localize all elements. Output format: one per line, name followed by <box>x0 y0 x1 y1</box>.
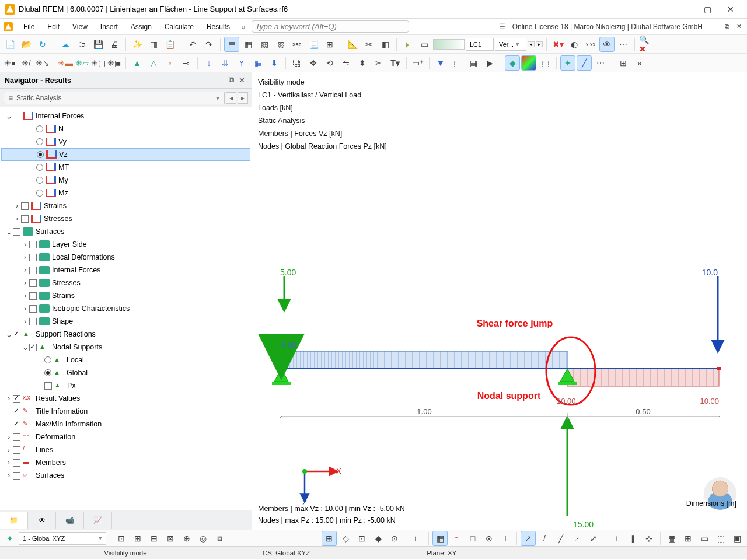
cs-icon[interactable]: ✦ <box>560 55 575 71</box>
surface-new-icon[interactable]: ✳▱ <box>74 55 89 71</box>
tree-item-my[interactable]: My <box>1 174 250 187</box>
extrude-icon[interactable]: ⬍ <box>355 55 370 71</box>
tree-internal-forces[interactable]: ⌄Internal Forces <box>1 110 250 123</box>
close-panel-icon[interactable]: ✕ <box>236 76 247 85</box>
render3-icon[interactable]: ⬚ <box>537 55 553 71</box>
new-window-icon[interactable]: ✨ <box>130 37 145 52</box>
objsnap1-icon[interactable]: ▦ <box>432 531 448 546</box>
loadcase-combo-lc[interactable]: LC1 <box>466 38 494 51</box>
member-icon[interactable]: ✳▬ <box>58 55 73 71</box>
doc-icon[interactable]: 📃 <box>306 37 321 52</box>
g11-icon[interactable]: ⬚ <box>713 531 728 546</box>
redo-icon[interactable]: ↷ <box>201 37 217 52</box>
load-member-icon[interactable]: ⫯ <box>234 55 249 71</box>
xxx-icon[interactable]: x.xx <box>583 37 598 52</box>
line2-icon[interactable]: ✳↘ <box>35 55 50 71</box>
tree-surfaces[interactable]: ⌄Surfaces <box>1 225 250 238</box>
tree-item-mt[interactable]: MT <box>1 161 250 174</box>
ortho-icon[interactable]: ∟ <box>410 531 425 546</box>
tree-members[interactable]: ›▬Members <box>1 456 250 469</box>
delete-results-icon[interactable]: ✖▾ <box>550 37 566 52</box>
section-icon[interactable]: ✂ <box>361 37 376 52</box>
nav-tab-display[interactable]: 👁 <box>28 512 56 528</box>
tree-strains[interactable]: ›Strains <box>1 200 250 212</box>
hinge-icon[interactable]: ◦ <box>162 55 177 71</box>
panel3-icon[interactable]: ▨ <box>273 37 288 52</box>
more2-icon[interactable]: ⋯ <box>593 55 608 71</box>
cloud-icon[interactable]: ☁ <box>58 37 73 52</box>
os-end-icon[interactable]: □ <box>465 531 480 546</box>
overflow2-icon[interactable]: » <box>632 55 647 71</box>
g3-icon[interactable]: ⟋ <box>570 531 585 546</box>
g2-icon[interactable]: ╱ <box>553 531 568 546</box>
eye-icon[interactable]: 👁 <box>599 37 615 52</box>
snap4-icon[interactable]: ⊠ <box>163 531 178 546</box>
close-button[interactable]: ✕ <box>719 5 742 14</box>
release-icon[interactable]: ⊸ <box>179 55 194 71</box>
rotate-icon[interactable]: ⟲ <box>322 55 337 71</box>
tree-maxmin-info[interactable]: ✎Max/Min Information <box>1 418 250 430</box>
os-mid-icon[interactable]: ⊗ <box>481 531 497 546</box>
g1-icon[interactable]: / <box>537 531 552 546</box>
g4-icon[interactable]: ⤢ <box>586 531 601 546</box>
mirror-icon[interactable]: ⇋ <box>338 55 354 71</box>
snap7-icon[interactable]: ⧈ <box>212 531 227 546</box>
cs-trigger-icon[interactable]: ✦ <box>2 531 18 546</box>
g8-icon[interactable]: ▦ <box>664 531 679 546</box>
view-mode-icon[interactable]: ▭ <box>417 37 432 52</box>
cs-combo[interactable]: 1 - Global XYZ▾ <box>19 532 106 545</box>
tree-title-info[interactable]: ✎Title Information <box>1 405 250 418</box>
loadcase-spinner[interactable]: ◂ <box>528 41 535 47</box>
menu-icon[interactable] <box>4 22 13 32</box>
menu-view[interactable]: View <box>67 21 93 33</box>
osnap2-icon[interactable]: ⊡ <box>354 531 369 546</box>
menu-calculate[interactable]: Calculate <box>159 21 200 33</box>
save-multi-icon[interactable]: 🗂 <box>74 37 89 52</box>
load-free-icon[interactable]: ⬇ <box>267 55 282 71</box>
tree-deformation[interactable]: ›〰Deformation <box>1 430 250 443</box>
navigator-tree[interactable]: ⌄Internal Forces N Vy Vz MT My Mz ›Strai… <box>0 107 252 510</box>
render1-icon[interactable]: ◆ <box>505 55 520 71</box>
g9-icon[interactable]: ⊞ <box>680 531 696 546</box>
snap3-icon[interactable]: ⊟ <box>146 531 162 546</box>
osnap1-icon[interactable]: ◇ <box>338 531 353 546</box>
reset-view-icon[interactable]: 🔍✖ <box>638 37 654 52</box>
tree-support-reactions[interactable]: ⌄▲Support Reactions <box>1 328 250 341</box>
color-scale[interactable] <box>433 39 465 50</box>
snap6-icon[interactable]: ◎ <box>196 531 211 546</box>
tree-surf-localdef[interactable]: ›Local Deformations <box>1 251 250 264</box>
tree-item-mz[interactable]: Mz <box>1 187 250 200</box>
tree-item-n[interactable]: N <box>1 123 250 135</box>
measure-icon[interactable]: 📐 <box>345 37 360 52</box>
tree-surf-layer[interactable]: ›Layer Side <box>1 238 250 251</box>
inner-restore[interactable]: ⧉ <box>722 23 732 30</box>
refresh-icon[interactable]: ↻ <box>35 37 50 52</box>
tree-stresses[interactable]: ›Stresses <box>1 212 250 225</box>
os-perp-icon[interactable]: ⊥ <box>498 531 513 546</box>
opening-icon[interactable]: ✳▢ <box>90 55 106 71</box>
new-icon[interactable]: 📄 <box>2 37 18 52</box>
undo-icon[interactable]: ↶ <box>185 37 200 52</box>
tree-tree-surfaces2[interactable]: ›▱Surfaces <box>1 469 250 482</box>
osnap4-icon[interactable]: ⊙ <box>387 531 402 546</box>
list-icon[interactable]: ☰ <box>495 23 509 31</box>
tree-surf-shape[interactable]: ›Shape <box>1 315 250 328</box>
guide-icon[interactable]: ↗ <box>521 531 536 546</box>
osnap3-icon[interactable]: ◆ <box>371 531 386 546</box>
results-toggle-icon[interactable]: ◧ <box>378 37 393 52</box>
move-icon[interactable]: ✥ <box>306 55 321 71</box>
tree-nodal-supports[interactable]: ⌄▲Nodal Supports <box>1 341 250 354</box>
node-new-icon[interactable]: ✳● <box>2 55 18 71</box>
tree-item-vy[interactable]: Vy <box>1 135 250 148</box>
menu-file[interactable]: File <box>18 21 40 33</box>
menu-overflow-icon[interactable]: » <box>237 23 250 31</box>
more1-icon[interactable]: ⋯ <box>616 37 631 52</box>
menu-insert[interactable]: Insert <box>95 21 124 33</box>
calc-icon[interactable]: >sc <box>289 37 305 52</box>
nav-tab-data[interactable]: 📁 <box>0 512 28 528</box>
report-icon[interactable]: 📋 <box>162 37 177 52</box>
panel1-icon[interactable]: ▦ <box>240 37 256 52</box>
search-input[interactable] <box>252 20 409 33</box>
support-line-icon[interactable]: △ <box>146 55 161 71</box>
divide-icon[interactable]: ✂ <box>371 55 386 71</box>
